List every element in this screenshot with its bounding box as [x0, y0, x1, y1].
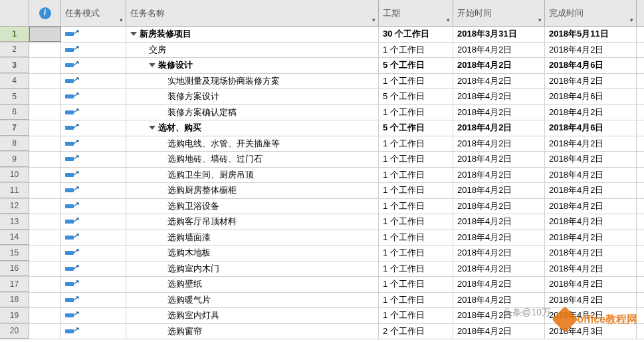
header-task-mode[interactable]: 任务模式 ▾ — [61, 0, 126, 26]
dropdown-icon[interactable]: ▾ — [538, 17, 542, 23]
row-number[interactable]: 19 — [0, 308, 29, 323]
duration-cell[interactable]: 1 个工作日 — [379, 74, 453, 89]
duration-cell[interactable]: 5 个工作日 — [379, 58, 453, 73]
task-name-cell[interactable]: 选购墙面漆 — [126, 230, 379, 246]
task-name-cell[interactable]: 选购壁纸 — [126, 277, 379, 292]
duration-cell[interactable]: 5 个工作日 — [379, 120, 453, 136]
row-number[interactable]: 5 — [0, 89, 29, 104]
start-cell[interactable]: 2018年4月2日 — [453, 136, 545, 152]
header-task-name[interactable]: 任务名称 ▾ — [126, 0, 379, 26]
duration-cell[interactable]: 1 个工作日 — [379, 308, 453, 323]
finish-cell[interactable]: 2018年4月2日 — [545, 277, 637, 292]
task-row[interactable]: 16 选购室内木门1 个工作日2018年4月2日2018年4月2日 — [0, 261, 644, 277]
task-mode-cell[interactable] — [61, 89, 126, 104]
row-number[interactable]: 13 — [0, 214, 29, 230]
row-number[interactable]: 3 — [0, 58, 29, 73]
task-mode-cell[interactable] — [61, 230, 126, 246]
header-start[interactable]: 开始时间 ▾ — [453, 0, 545, 26]
row-number[interactable]: 6 — [0, 105, 29, 120]
start-cell[interactable]: 2018年4月2日 — [453, 89, 545, 104]
duration-cell[interactable]: 1 个工作日 — [379, 246, 453, 261]
row-number[interactable]: 15 — [0, 246, 29, 261]
info-cell[interactable] — [29, 27, 61, 42]
duration-cell[interactable]: 1 个工作日 — [379, 152, 453, 167]
task-name-cell[interactable]: 选购电线、水管、开关插座等 — [126, 136, 379, 152]
task-mode-cell[interactable] — [61, 168, 126, 183]
task-mode-cell[interactable] — [61, 214, 126, 230]
task-mode-cell[interactable] — [61, 43, 126, 58]
finish-cell[interactable]: 2018年4月6日 — [545, 58, 637, 73]
task-row[interactable]: 8 选购电线、水管、开关插座等1 个工作日2018年4月2日2018年4月2日 — [0, 136, 644, 152]
finish-cell[interactable]: 2018年4月2日 — [545, 214, 637, 230]
header-finish[interactable]: 完成时间 ▾ — [545, 0, 637, 26]
row-number[interactable]: 8 — [0, 136, 29, 152]
start-cell[interactable]: 2018年4月2日 — [453, 199, 545, 214]
duration-cell[interactable]: 30 个工作日 — [379, 27, 453, 42]
duration-cell[interactable]: 1 个工作日 — [379, 261, 453, 277]
task-row[interactable]: 9 选购地砖、墙砖、过门石1 个工作日2018年4月2日2018年4月2日 — [0, 152, 644, 168]
task-mode-cell[interactable] — [61, 27, 126, 42]
dropdown-icon[interactable]: ▾ — [447, 17, 450, 23]
task-row[interactable]: 2 交房1 个工作日2018年4月2日2018年4月2日 — [0, 43, 644, 59]
row-number[interactable]: 7 — [0, 120, 29, 136]
duration-cell[interactable]: 2 个工作日 — [379, 324, 453, 339]
row-number[interactable]: 4 — [0, 74, 29, 89]
duration-cell[interactable]: 1 个工作日 — [379, 105, 453, 120]
start-cell[interactable]: 2018年4月2日 — [453, 308, 545, 323]
task-row[interactable]: 10 选购卫生间、厨房吊顶1 个工作日2018年4月2日2018年4月2日 — [0, 168, 644, 184]
info-cell[interactable] — [29, 183, 61, 198]
task-row[interactable]: 6 装修方案确认定稿1 个工作日2018年4月2日2018年4月2日 — [0, 105, 644, 121]
row-number[interactable]: 14 — [0, 230, 29, 246]
task-row[interactable]: 19 选购室内灯具1 个工作日2018年4月2日2018年4月2日 — [0, 308, 644, 324]
info-cell[interactable] — [29, 246, 61, 261]
start-cell[interactable]: 2018年4月2日 — [453, 324, 545, 339]
row-number[interactable]: 16 — [0, 261, 29, 277]
info-cell[interactable] — [29, 152, 61, 167]
finish-cell[interactable]: 2018年4月2日 — [545, 261, 637, 277]
task-mode-cell[interactable] — [61, 136, 126, 152]
duration-cell[interactable]: 1 个工作日 — [379, 214, 453, 230]
duration-cell[interactable]: 1 个工作日 — [379, 183, 453, 198]
info-cell[interactable] — [29, 324, 61, 339]
finish-cell[interactable]: 2018年4月2日 — [545, 293, 637, 308]
info-cell[interactable] — [29, 58, 61, 73]
finish-cell[interactable]: 2018年4月3日 — [545, 324, 637, 339]
finish-cell[interactable]: 2018年4月2日 — [545, 183, 637, 198]
task-name-cell[interactable]: 装修方案确认定稿 — [126, 105, 379, 120]
task-name-cell[interactable]: 选购卫生间、厨房吊顶 — [126, 168, 379, 183]
start-cell[interactable]: 2018年4月2日 — [453, 293, 545, 308]
info-cell[interactable] — [29, 74, 61, 89]
task-mode-cell[interactable] — [61, 74, 126, 89]
finish-cell[interactable]: 2018年4月2日 — [545, 168, 637, 183]
task-mode-cell[interactable] — [61, 105, 126, 120]
task-row[interactable]: 17 选购壁纸1 个工作日2018年4月2日2018年4月2日 — [0, 277, 644, 293]
task-name-cell[interactable]: 交房 — [126, 43, 379, 58]
task-row[interactable]: 5 装修方案设计5 个工作日2018年4月2日2018年4月6日 — [0, 89, 644, 105]
start-cell[interactable]: 2018年4月2日 — [453, 246, 545, 261]
task-row[interactable]: 20 选购窗帘2 个工作日2018年4月2日2018年4月3日 — [0, 324, 644, 340]
duration-cell[interactable]: 1 个工作日 — [379, 199, 453, 214]
start-cell[interactable]: 2018年4月2日 — [453, 277, 545, 292]
start-cell[interactable]: 2018年4月2日 — [453, 230, 545, 246]
finish-cell[interactable]: 2018年4月2日 — [545, 105, 637, 120]
task-mode-cell[interactable] — [61, 120, 126, 136]
task-name-cell[interactable]: 选购卫浴设备 — [126, 199, 379, 214]
dropdown-icon[interactable]: ▾ — [630, 17, 633, 23]
start-cell[interactable]: 2018年4月2日 — [453, 214, 545, 230]
task-name-cell[interactable]: 选购室内木门 — [126, 261, 379, 277]
info-cell[interactable] — [29, 199, 61, 214]
row-number[interactable]: 1 — [0, 27, 29, 42]
start-cell[interactable]: 2018年3月31日 — [453, 27, 545, 42]
task-name-cell[interactable]: 实地测量及现场协商装修方案 — [126, 74, 379, 89]
task-row[interactable]: 15 选购木地板1 个工作日2018年4月2日2018年4月2日 — [0, 246, 644, 261]
collapse-icon[interactable] — [149, 126, 156, 130]
task-mode-cell[interactable] — [61, 324, 126, 339]
info-cell[interactable] — [29, 277, 61, 292]
info-cell[interactable] — [29, 214, 61, 230]
task-mode-cell[interactable] — [61, 199, 126, 214]
start-cell[interactable]: 2018年4月2日 — [453, 261, 545, 277]
info-cell[interactable] — [29, 89, 61, 104]
collapse-icon[interactable] — [149, 63, 156, 67]
duration-cell[interactable]: 1 个工作日 — [379, 293, 453, 308]
row-number[interactable]: 20 — [0, 324, 29, 339]
